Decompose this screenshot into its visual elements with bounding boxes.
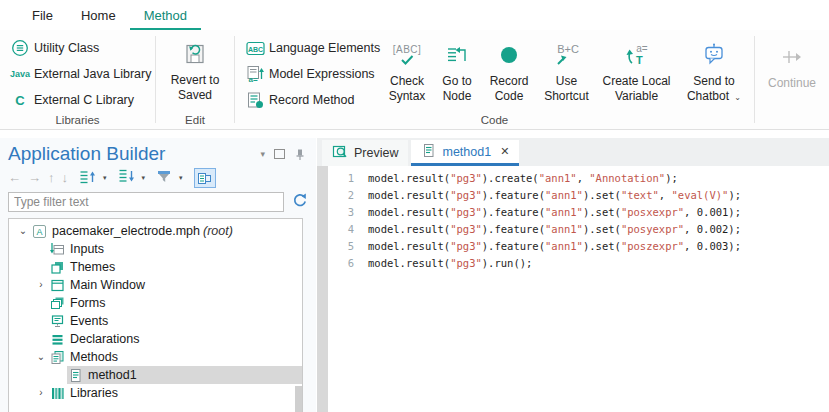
application-builder-header: Application Builder ▾ [0, 138, 316, 165]
code-lines: model.result("pg3").create("ann1", "Anno… [361, 170, 829, 412]
use-shortcut-label: Use Shortcut [538, 74, 595, 103]
go-to-node-icon [446, 38, 468, 72]
show-all-toggle[interactable] [194, 168, 216, 188]
record-method-icon [241, 91, 269, 109]
go-to-node-button[interactable]: Go to Node [434, 35, 480, 103]
themes-icon [49, 260, 65, 275]
send-to-chatbot-icon [701, 38, 727, 72]
filter-input[interactable] [8, 192, 284, 212]
svg-text:a=: a= [249, 75, 258, 83]
panel-menu-icon[interactable]: ▾ [260, 149, 265, 159]
tab-file[interactable]: File [18, 0, 67, 30]
code-line: model.result("pg3").feature("ann1").set(… [368, 187, 829, 204]
tab-method1-label: method1 [442, 145, 491, 159]
chevron-down-icon: ⌄ [734, 93, 741, 102]
chevron-down-icon[interactable]: ▾ [103, 174, 107, 182]
external-java-library-label: External Java Library [34, 67, 151, 81]
model-expressions-label: Model Expressions [269, 67, 375, 81]
filter-icon[interactable] [156, 169, 172, 187]
back-icon[interactable]: ← [8, 170, 21, 186]
editor-tabstrip: Preview method1 ✕ [317, 138, 829, 166]
panel-title: Application Builder [8, 143, 260, 165]
code-line: model.result("pg3").run(); [368, 255, 829, 272]
chevron-right-icon[interactable]: › [33, 384, 49, 402]
line-number: 4 [328, 221, 354, 238]
ribbon-tabbar: File Home Method [0, 0, 829, 30]
tree-item-themes[interactable]: Themes [9, 258, 302, 276]
libraries-icon [49, 386, 65, 401]
method-doc-icon [421, 143, 436, 161]
forms-icon [49, 296, 65, 311]
svg-text:A: A [36, 227, 42, 237]
move-node-down-icon[interactable]: ↓ [62, 170, 69, 186]
send-to-chatbot-button[interactable]: Send to Chatbot ⌄ [678, 35, 750, 105]
chevron-right-icon[interactable]: › [33, 276, 49, 294]
tree-item-libraries[interactable]: ›Libraries [9, 384, 302, 402]
float-panel-icon[interactable] [274, 149, 285, 159]
model-expressions-button[interactable]: a= Model Expressions [235, 61, 383, 87]
close-icon[interactable]: ✕ [500, 145, 509, 158]
c-icon: C [6, 93, 34, 108]
check-syntax-label: Check Syntax [383, 74, 431, 103]
tree-scrollbar-thumb[interactable] [295, 386, 302, 412]
svg-text:T: T [636, 54, 643, 66]
tree-item-label: Main Window [70, 278, 145, 292]
declarations-icon [49, 332, 65, 347]
forward-icon[interactable]: → [28, 170, 41, 186]
revert-to-saved-button[interactable]: Revert to Saved [156, 30, 234, 102]
app-tree[interactable]: ⌄Apacemaker_electrode.mph(root)InputsThe… [8, 218, 303, 412]
use-shortcut-icon: B+C [554, 38, 580, 72]
tree-item-events[interactable]: Events [9, 312, 302, 330]
line-numbers: 123456 [328, 170, 361, 412]
tree-item-main-window[interactable]: ›Main Window [9, 276, 302, 294]
expand-list-icon[interactable] [79, 169, 96, 188]
chevron-down-icon[interactable]: ▾ [142, 174, 146, 182]
external-java-library-button[interactable]: Java External Java Library [0, 61, 155, 87]
group-label-libraries: Libraries [0, 114, 155, 126]
tab-method[interactable]: Method [130, 0, 201, 30]
tree-item-label: method1 [88, 368, 137, 382]
tree-item-method1[interactable]: method1 [9, 366, 302, 384]
move-node-up-icon[interactable]: ↑ [48, 170, 55, 186]
application-builder-panel: Application Builder ▾ ← → ↑ ↓ ▾ ▾ ▾ [0, 138, 316, 412]
record-method-button[interactable]: Record Method [235, 87, 383, 113]
create-local-variable-button[interactable]: a=T Create Local Variable [598, 35, 675, 103]
app-root-icon: A [31, 224, 47, 239]
language-elements-button[interactable]: ABC Language Elements [235, 35, 383, 61]
breakpoint-gutter[interactable] [317, 166, 328, 412]
record-code-button[interactable]: Record Code [483, 35, 535, 103]
create-local-variable-icon: a=T [624, 38, 650, 72]
chevron-down-icon[interactable]: ⌄ [33, 348, 49, 366]
tree-item-methods[interactable]: ⌄Methods [9, 348, 302, 366]
collapse-list-icon[interactable] [118, 169, 135, 188]
line-number: 6 [328, 255, 354, 272]
language-elements-label: Language Elements [269, 41, 380, 55]
tab-preview-label: Preview [354, 146, 398, 160]
record-code-icon [499, 38, 519, 72]
tab-preview[interactable]: Preview [322, 140, 408, 166]
svg-text:B+C: B+C [557, 43, 579, 55]
tree-item-declarations[interactable]: Declarations [9, 330, 302, 348]
code-editor[interactable]: 123456 model.result("pg3").create("ann1"… [317, 166, 829, 412]
tab-home[interactable]: Home [67, 0, 130, 30]
ribbon-group-libraries: Utility Class Java External Java Library… [0, 30, 155, 129]
tree-item-forms[interactable]: Forms [9, 294, 302, 312]
code-line: model.result("pg3").feature("ann1").set(… [368, 238, 829, 255]
use-shortcut-button[interactable]: B+C Use Shortcut [538, 35, 595, 103]
chevron-down-icon[interactable]: ⌄ [15, 222, 31, 240]
tab-method1[interactable]: method1 ✕ [411, 140, 519, 166]
refresh-icon[interactable] [292, 192, 308, 212]
events-icon [49, 314, 65, 329]
external-c-library-button[interactable]: C External C Library [0, 87, 155, 113]
continue-button[interactable]: Continue [757, 30, 827, 129]
pin-icon[interactable] [294, 148, 306, 161]
utility-class-button[interactable]: Utility Class [0, 35, 155, 61]
tree-item-pacemaker-electrode-mph[interactable]: ⌄Apacemaker_electrode.mph(root) [9, 222, 302, 240]
preview-icon [332, 144, 348, 162]
svg-text:ABC: ABC [247, 45, 262, 52]
tree-item-inputs[interactable]: Inputs [9, 240, 302, 258]
chevron-down-icon[interactable]: ▾ [179, 174, 183, 182]
utility-class-icon [6, 38, 34, 58]
ribbon-group-code: ABC Language Elements a= Model Expressio… [235, 30, 754, 129]
check-syntax-button[interactable]: [ABC] Check Syntax [383, 35, 431, 103]
